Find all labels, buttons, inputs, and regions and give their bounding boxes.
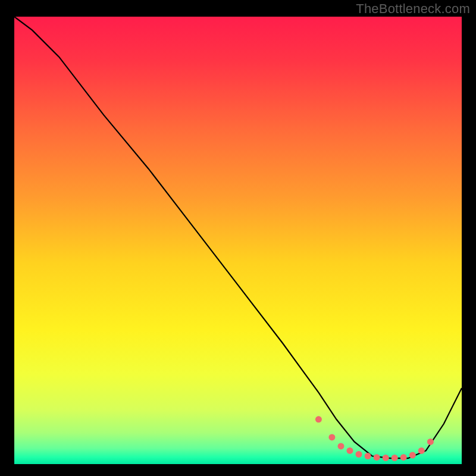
marker-dot: [365, 453, 371, 459]
marker-dot: [418, 447, 425, 454]
marker-dot: [409, 452, 416, 459]
chart-svg: [14, 17, 462, 464]
marker-dot: [328, 434, 335, 440]
marker-dot: [383, 455, 389, 461]
marker-dot: [315, 416, 322, 422]
marker-dot: [400, 454, 407, 461]
marker-dot: [374, 454, 380, 461]
watermark-text: TheBottleneck.com: [356, 1, 470, 17]
marker-dot: [338, 443, 345, 449]
marker-dot: [347, 447, 353, 454]
marker-dot: [392, 455, 398, 461]
gradient-background: [14, 17, 462, 464]
plot-area: [14, 17, 462, 464]
marker-dot: [427, 439, 434, 445]
chart-frame: TheBottleneck.com: [0, 0, 476, 476]
marker-dot: [356, 451, 362, 458]
